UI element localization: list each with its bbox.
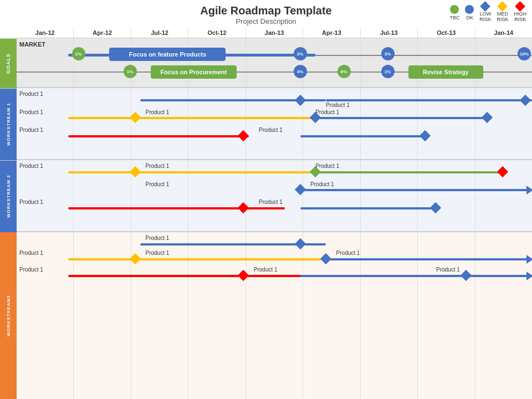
ws2-row3-label1: Product 1 bbox=[19, 199, 43, 205]
ws1-bar3b bbox=[300, 135, 429, 137]
label-goals: GOALS bbox=[0, 38, 17, 88]
ws3-grid-1 bbox=[74, 232, 131, 399]
ws1-section: Product 1 Product 1 Product 1 Product 1 … bbox=[17, 88, 532, 160]
col-jul12: Jul-12 bbox=[131, 28, 188, 38]
ws2-row1-label2: Product 1 bbox=[146, 163, 170, 169]
grid-8 bbox=[475, 38, 532, 87]
ws3-grid-4 bbox=[246, 232, 303, 399]
ws1-row2-label1: Product 1 bbox=[19, 109, 43, 115]
ws3-section: Product 1 Product 1 Product 1 Product 1 … bbox=[17, 232, 532, 399]
ws1-bar2b bbox=[315, 117, 490, 119]
ws1-row3-label1: Product 1 bbox=[19, 127, 43, 133]
col-jan14: Jan-14 bbox=[475, 28, 532, 38]
legend-ok-label: OK bbox=[466, 15, 473, 21]
ws2-section: Product 1 Product 1 Product 1 Product 1 … bbox=[17, 160, 532, 232]
ws1-bar2a bbox=[68, 117, 315, 119]
legend-med-risk: MEDRISK bbox=[497, 3, 508, 22]
legend-tbc: TBC bbox=[449, 5, 459, 21]
label-procurement: Focus on Procurement bbox=[151, 65, 237, 79]
circle-1pct-2: 1% bbox=[124, 65, 137, 78]
label-ws2: WORKSTREAM 2 bbox=[0, 160, 17, 232]
ws1-row1-label1: Product 1 bbox=[19, 91, 43, 97]
ws3-row3-label3: Product 1 bbox=[436, 267, 460, 273]
ws3-row2-label2: Product 1 bbox=[146, 250, 170, 256]
ws3-grid-3 bbox=[188, 232, 245, 399]
legend-low-risk-label: LOWRISK bbox=[479, 11, 491, 22]
col-apr13: Apr-13 bbox=[303, 28, 360, 38]
label-ws1: WORKSTREAM 1 bbox=[0, 88, 17, 160]
side-labels: GOALS WORKSTREAM 1 WORKSTREAM 2 WORKSTRE… bbox=[0, 38, 17, 399]
ws3-grid bbox=[17, 232, 532, 399]
grid-4 bbox=[246, 38, 303, 87]
timeline-header: Jan-12 Apr-12 Jul-12 Oct-12 Jan-13 Apr-1… bbox=[17, 28, 532, 38]
ws2-row1-label1: Product 1 bbox=[19, 163, 43, 169]
grid-5 bbox=[303, 38, 360, 87]
market-label: MARKET bbox=[19, 41, 45, 48]
ws3-grid-0 bbox=[17, 232, 74, 399]
ws3-grid-7 bbox=[418, 232, 475, 399]
circle-10pct: 10% bbox=[518, 47, 531, 60]
ws3-arrow2 bbox=[526, 255, 532, 264]
ws2-bar3a bbox=[68, 207, 285, 209]
grid-3 bbox=[188, 38, 245, 87]
ws2-row3-label2: Product 1 bbox=[259, 199, 283, 205]
grid-1 bbox=[74, 38, 131, 87]
ws1-row3-label2: Product 1 bbox=[259, 127, 283, 133]
legend: TBC OK LOWRISK MEDRISK HIGHRISK bbox=[449, 3, 526, 22]
ws3-bar2a bbox=[68, 258, 326, 260]
col-oct12: Oct-12 bbox=[188, 28, 245, 38]
med-risk-icon bbox=[498, 1, 508, 11]
ws2-bar2 bbox=[300, 189, 533, 191]
circle-3pct: 3% bbox=[381, 47, 395, 60]
legend-high-risk-label: HIGHRISK bbox=[514, 11, 527, 22]
ws3-row2-label1: Product 1 bbox=[19, 250, 43, 256]
ws1-grid-1 bbox=[74, 88, 131, 159]
ws1-row2-label2: Product 1 bbox=[146, 109, 170, 115]
goals-grid bbox=[17, 38, 532, 87]
circle-4pct: 4% bbox=[294, 65, 307, 78]
ws3-bar3b bbox=[300, 275, 470, 277]
circle-1pct-1: 1% bbox=[72, 47, 85, 60]
ws3-row3-label1: Product 1 bbox=[19, 267, 43, 273]
header: Agile Roadmap Template Project Descripti… bbox=[0, 0, 532, 28]
col-jan12: Jan-12 bbox=[17, 28, 74, 38]
ws2-grid-0 bbox=[17, 160, 74, 231]
ws1-grid-0 bbox=[17, 88, 74, 159]
col-jan13: Jan-13 bbox=[246, 28, 303, 38]
ws3-bar2b bbox=[326, 258, 532, 260]
ok-icon bbox=[465, 5, 474, 14]
ws2-bar1b bbox=[315, 171, 506, 173]
ws2-arrow bbox=[526, 186, 532, 195]
high-risk-icon bbox=[515, 1, 525, 11]
main-container: Agile Roadmap Template Project Descripti… bbox=[0, 0, 532, 399]
ws3-grid-2 bbox=[131, 232, 188, 399]
col-apr12: Apr-12 bbox=[74, 28, 131, 38]
ws2-bar3b bbox=[300, 207, 439, 209]
ws3-bar3a bbox=[68, 275, 326, 277]
circle-2pct: 2% bbox=[294, 47, 307, 60]
ws3-grid-6 bbox=[361, 232, 418, 399]
legend-med-risk-label: MEDRISK bbox=[497, 11, 508, 22]
sections: MARKET 1% Focus on feature Products 2% 3… bbox=[17, 38, 532, 399]
label-revise-strategy: Revise Strategy bbox=[408, 65, 483, 79]
legend-tbc-label: TBC bbox=[449, 15, 459, 21]
ws3-row3-label2: Product 1 bbox=[254, 267, 278, 273]
ws3-row2-label3: Product 1 bbox=[336, 250, 360, 256]
legend-ok: OK bbox=[465, 5, 474, 21]
circle-8pct: 8% bbox=[337, 65, 351, 78]
ws1-row1-label2: Product 1 bbox=[326, 102, 350, 108]
circle-1pct-3: 1% bbox=[381, 65, 395, 78]
ws3-row1-label1: Product 1 bbox=[146, 235, 170, 241]
ws2-bar1a bbox=[68, 171, 315, 173]
label-feature-products: Focus on feature Products bbox=[109, 48, 226, 61]
ws2-row2-label2: Product 1 bbox=[310, 181, 334, 187]
goals-section: MARKET 1% Focus on feature Products 2% 3… bbox=[17, 38, 532, 88]
ws3-bar3c bbox=[470, 275, 532, 277]
ws2-row1-label3: Product 1 bbox=[315, 163, 339, 169]
goals-line1-ext bbox=[315, 55, 532, 56]
ws3-arrow3 bbox=[526, 272, 532, 280]
ws2-row2-label1: Product 1 bbox=[146, 181, 170, 187]
grid-6 bbox=[361, 38, 418, 87]
ws1-row2-label3: Product 1 bbox=[315, 109, 339, 115]
ws3-grid-5 bbox=[303, 232, 360, 399]
